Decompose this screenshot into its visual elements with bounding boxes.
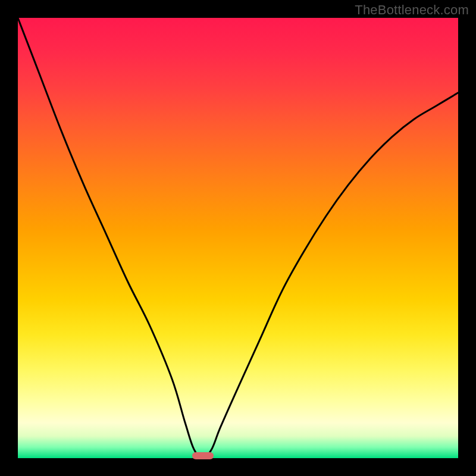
bottleneck-curve bbox=[18, 18, 458, 458]
plot-area bbox=[18, 18, 458, 458]
optimal-marker bbox=[192, 452, 214, 459]
image-root: TheBottleneck.com bbox=[0, 0, 476, 476]
curve-path bbox=[18, 18, 458, 458]
watermark-text: TheBottleneck.com bbox=[355, 2, 469, 18]
